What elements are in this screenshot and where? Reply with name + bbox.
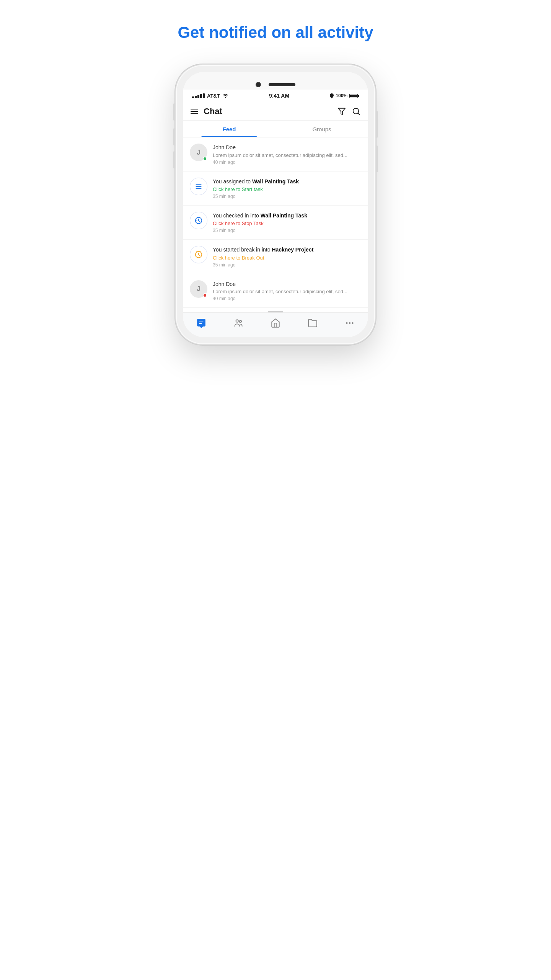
battery-percent: 100% <box>336 93 347 98</box>
item-main: You checked in into Wall Painting Task <box>213 212 361 219</box>
svg-point-15 <box>240 320 241 322</box>
header-left: Chat <box>191 106 222 116</box>
item-name: John Doe <box>213 144 361 151</box>
list-item[interactable]: You started break in into Hackney Projec… <box>183 240 368 274</box>
tab-feed[interactable]: Feed <box>183 121 276 137</box>
break-icon-circle <box>190 246 207 263</box>
header-right <box>337 107 360 116</box>
chat-nav-icon <box>196 318 206 328</box>
tab-groups[interactable]: Groups <box>276 121 368 137</box>
nav-item-files[interactable] <box>303 317 322 330</box>
list-item[interactable]: You assigned to Wall Painting Task Click… <box>183 172 368 206</box>
phone-shell: AT&T 9:41 AM 100% <box>176 65 375 344</box>
team-nav-icon <box>233 318 243 328</box>
nav-item-more[interactable] <box>340 317 359 330</box>
item-text: You checked in into Wall Painting Task C… <box>213 212 361 233</box>
item-time: 40 min ago <box>213 160 361 165</box>
avatar-wrap <box>190 212 207 229</box>
avatar-wrap <box>190 246 207 263</box>
item-text: John Doe Lorem ipsum dolor sit amet, con… <box>213 280 361 301</box>
avatar-wrap: J <box>190 144 207 161</box>
item-text: You assigned to Wall Painting Task Click… <box>213 178 361 199</box>
bottom-nav <box>183 312 368 337</box>
item-text: John Doe Lorem ipsum dolor sit amet, con… <box>213 144 361 165</box>
filter-icon[interactable] <box>337 107 346 116</box>
item-main: You assigned to Wall Painting Task <box>213 178 361 185</box>
item-action-link[interactable]: Click here to Start task <box>213 186 361 192</box>
feed-content: J John Doe Lorem ipsum dolor sit amet, c… <box>183 137 368 307</box>
item-action-link[interactable]: Click here to Stop Task <box>213 220 361 226</box>
item-prefix: You started break in into <box>213 247 272 253</box>
nav-item-chat[interactable] <box>192 317 211 330</box>
list-item[interactable]: You checked in into Wall Painting Task C… <box>183 206 368 240</box>
list-item[interactable]: J John Doe Lorem ipsum dolor sit amet, c… <box>183 274 368 308</box>
home-nav-icon <box>271 318 280 328</box>
camera-area <box>183 79 368 90</box>
avatar-wrap <box>190 178 207 195</box>
status-right: 100% <box>330 93 359 98</box>
phone-inner: AT&T 9:41 AM 100% <box>183 72 368 337</box>
online-indicator <box>203 157 207 161</box>
item-action-link[interactable]: Click here to Break Out <box>213 255 361 261</box>
avatar-wrap: J <box>190 280 207 298</box>
item-time: 40 min ago <box>213 296 361 301</box>
app-header: Chat <box>183 101 368 121</box>
hamburger-icon[interactable] <box>191 109 198 114</box>
item-bold: Hackney Project <box>272 247 313 253</box>
task-assign-icon-circle <box>190 178 207 195</box>
nav-item-home[interactable] <box>266 317 285 330</box>
item-main: You started break in into Hackney Projec… <box>213 246 361 253</box>
battery-icon <box>349 94 359 98</box>
item-name: John Doe <box>213 280 361 288</box>
files-nav-icon <box>308 318 318 328</box>
svg-line-3 <box>358 113 359 115</box>
item-preview: Lorem ipsum dolor sit amet, consectetur … <box>213 289 361 294</box>
signal-dots <box>192 93 205 98</box>
online-indicator <box>203 293 207 297</box>
svg-point-17 <box>349 322 350 324</box>
svg-point-16 <box>346 322 347 324</box>
svg-marker-1 <box>338 108 345 115</box>
page-headline: Get notified on all activity <box>178 23 373 42</box>
status-left: AT&T <box>192 93 228 99</box>
item-time: 35 min ago <box>213 262 361 268</box>
wifi-icon <box>222 93 228 98</box>
task-checkin-icon-circle <box>190 212 207 229</box>
status-bar: AT&T 9:41 AM 100% <box>183 90 368 101</box>
list-item[interactable]: J John Doe Lorem ipsum dolor sit amet, c… <box>183 137 368 171</box>
carrier-label: AT&T <box>207 93 220 99</box>
speaker-slot <box>269 83 295 86</box>
svg-point-18 <box>352 322 353 324</box>
item-bold: Wall Painting Task <box>261 212 307 219</box>
nav-item-team[interactable] <box>229 317 248 330</box>
phone-top-bar <box>183 72 368 90</box>
item-time: 35 min ago <box>213 228 361 233</box>
item-prefix: You checked in into <box>213 212 261 219</box>
item-time: 35 min ago <box>213 194 361 199</box>
svg-point-8 <box>197 220 197 221</box>
status-time: 9:41 AM <box>269 93 289 99</box>
app-title: Chat <box>204 106 222 116</box>
location-icon <box>330 93 334 98</box>
item-text: You started break in into Hackney Projec… <box>213 246 361 267</box>
svg-point-14 <box>236 320 239 322</box>
tabs-bar: Feed Groups <box>183 121 368 137</box>
item-prefix: You assigned to <box>213 178 252 185</box>
camera-dot <box>256 82 261 87</box>
more-nav-icon <box>345 318 355 328</box>
item-preview: Lorem ipsum dolor sit amet, consectetur … <box>213 152 361 158</box>
item-bold: Wall Painting Task <box>252 178 299 185</box>
search-icon[interactable] <box>352 107 360 116</box>
